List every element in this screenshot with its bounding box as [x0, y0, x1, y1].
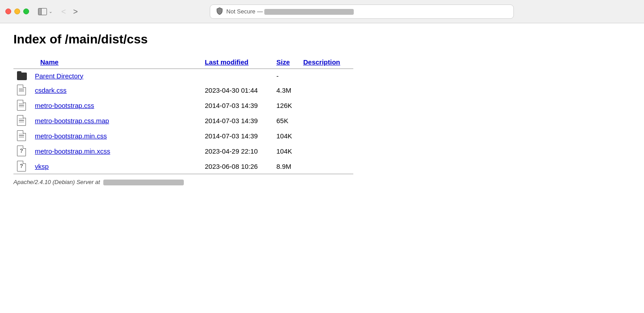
shield-icon [216, 7, 223, 16]
file-modified-cell [201, 69, 273, 83]
page-title: Index of /main/dist/css [13, 32, 389, 47]
doc-file-icon [17, 85, 26, 95]
file-icon-cell: ? [13, 159, 31, 174]
file-icon-cell [13, 82, 31, 98]
doc-file-icon [17, 115, 26, 126]
file-name-cell: metro-bootstrap.css.map [31, 113, 201, 128]
file-modified-cell: 2014-07-03 14:39 [201, 98, 273, 113]
file-name-cell: Parent Directory [31, 69, 201, 83]
file-table: Name Last modified Size Description Pare… [13, 56, 353, 185]
unknown-file-icon: ? [17, 146, 26, 156]
minimize-button[interactable] [14, 9, 20, 14]
maximize-button[interactable] [23, 9, 29, 14]
name-sort-link[interactable]: Name [40, 58, 59, 66]
file-modified-cell: 2014-07-03 14:39 [201, 113, 273, 128]
file-size-cell: 4.3M [273, 82, 300, 98]
file-table-body: Parent Directory- csdark.css2023-04-30 0… [13, 69, 353, 174]
folder-icon [17, 71, 28, 80]
col-desc-header[interactable]: Description [300, 56, 353, 69]
file-desc-cell [300, 69, 353, 83]
file-name-cell: metro-bootstrap.min.css [31, 128, 201, 143]
address-text: Not Secure — [226, 8, 354, 15]
col-size-header[interactable]: Size [273, 56, 300, 69]
footer-server-text: Apache/2.4.10 (Debian) Server at [13, 179, 100, 185]
table-row: ?vksp2023-06-08 10:268.9M [13, 159, 353, 174]
file-icon-cell [13, 113, 31, 128]
address-separator: — [257, 8, 265, 15]
file-link[interactable]: Parent Directory [35, 72, 83, 80]
file-desc-cell [300, 113, 353, 128]
file-name-cell: metro-bootstrap.css [31, 98, 201, 113]
address-url-blurred [264, 9, 354, 15]
table-row: metro-bootstrap.css2014-07-03 14:39126K [13, 98, 353, 113]
col-modified-header[interactable]: Last modified [201, 56, 273, 69]
file-modified-cell: 2014-07-03 14:39 [201, 128, 273, 143]
file-size-cell: 104K [273, 128, 300, 143]
col-name-header[interactable]: Name [13, 56, 201, 69]
file-size-cell: 8.9M [273, 159, 300, 174]
file-link[interactable]: metro-bootstrap.css [35, 102, 94, 109]
file-icon-cell: ? [13, 143, 31, 159]
file-link[interactable]: vksp [35, 163, 49, 170]
table-row: ?metro-bootstrap.min.xcss2023-04-29 22:1… [13, 143, 353, 159]
file-link[interactable]: csdark.css [35, 86, 67, 94]
address-bar[interactable]: Not Secure — [210, 4, 514, 19]
size-sort-link[interactable]: Size [276, 58, 290, 66]
file-icon-cell [13, 128, 31, 143]
not-secure-label: Not Secure [226, 8, 255, 15]
file-name-cell: metro-bootstrap.min.xcss [31, 143, 201, 159]
file-link[interactable]: metro-bootstrap.min.css [35, 132, 107, 140]
file-name-cell: vksp [31, 159, 201, 174]
file-desc-cell [300, 159, 353, 174]
file-desc-cell [300, 82, 353, 98]
file-name-cell: csdark.css [31, 82, 201, 98]
sidebar-icon [38, 8, 47, 15]
modified-sort-link[interactable]: Last modified [205, 58, 249, 66]
file-size-cell: 126K [273, 98, 300, 113]
table-row: metro-bootstrap.min.css2014-07-03 14:391… [13, 128, 353, 143]
address-bar-container: Not Secure — [85, 4, 639, 19]
browser-chrome: ⌄ < > Not Secure — [0, 0, 644, 23]
file-size-cell: 65K [273, 113, 300, 128]
file-desc-cell [300, 128, 353, 143]
table-footer: Apache/2.4.10 (Debian) Server at [13, 174, 353, 186]
file-desc-cell [300, 98, 353, 113]
unknown-file-icon: ? [17, 161, 26, 172]
doc-file-icon [17, 130, 26, 141]
file-link[interactable]: metro-bootstrap.css.map [35, 117, 109, 124]
file-modified-cell: 2023-04-30 01:44 [201, 82, 273, 98]
doc-file-icon [17, 100, 26, 111]
table-header: Name Last modified Size Description [13, 56, 353, 69]
footer-host-blurred [103, 180, 184, 185]
table-row: metro-bootstrap.css.map2014-07-03 14:396… [13, 113, 353, 128]
file-size-cell: 104K [273, 143, 300, 159]
sidebar-toggle[interactable]: ⌄ [38, 8, 52, 15]
file-desc-cell [300, 143, 353, 159]
close-button[interactable] [5, 9, 11, 14]
chevron-down-icon: ⌄ [49, 9, 52, 14]
file-modified-cell: 2023-06-08 10:26 [201, 159, 273, 174]
page-content: Index of /main/dist/css Name Last modifi… [0, 23, 402, 203]
traffic-lights [5, 9, 29, 14]
nav-buttons: < > [59, 8, 80, 16]
forward-button[interactable]: > [72, 8, 80, 16]
file-icon-cell [13, 98, 31, 113]
table-row: Parent Directory- [13, 69, 353, 83]
table-row: csdark.css2023-04-30 01:444.3M [13, 82, 353, 98]
file-icon-cell [13, 69, 31, 83]
file-size-cell: - [273, 69, 300, 83]
desc-sort-link[interactable]: Description [303, 58, 340, 66]
file-link[interactable]: metro-bootstrap.min.xcss [35, 147, 110, 155]
file-modified-cell: 2023-04-29 22:10 [201, 143, 273, 159]
back-button[interactable]: < [59, 8, 68, 16]
